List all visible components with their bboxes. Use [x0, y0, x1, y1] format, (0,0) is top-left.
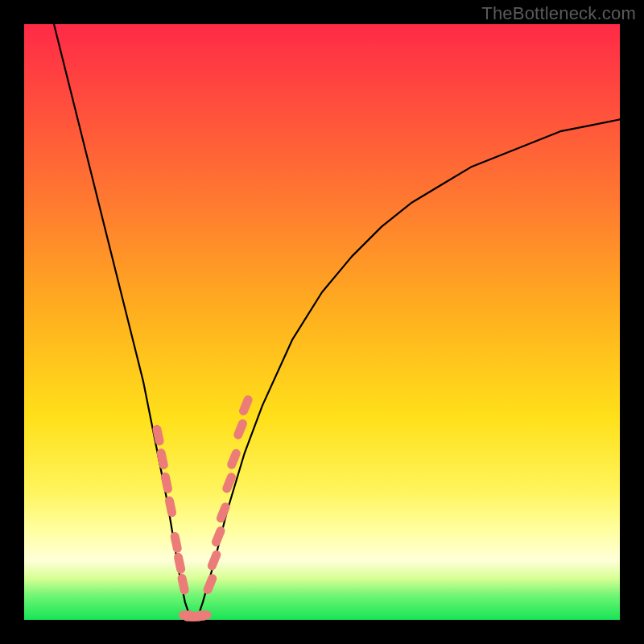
data-marker — [177, 573, 190, 596]
data-marker — [210, 525, 226, 547]
data-marker — [202, 572, 218, 595]
data-marker — [215, 502, 231, 524]
plot-area — [24, 24, 620, 620]
watermark-text: TheBottleneck.com — [481, 3, 636, 24]
data-marker — [164, 496, 177, 518]
chart-frame: TheBottleneck.com — [0, 0, 644, 644]
data-marker — [237, 394, 254, 416]
data-marker — [170, 531, 183, 554]
data-marker — [160, 472, 173, 494]
bottleneck-curve — [54, 24, 620, 620]
data-marker — [156, 448, 169, 470]
data-marker — [173, 552, 186, 575]
data-marker — [233, 418, 249, 440]
data-marker — [206, 549, 222, 572]
marker-group — [151, 394, 254, 621]
curve-svg — [24, 24, 620, 620]
data-marker — [196, 611, 212, 620]
